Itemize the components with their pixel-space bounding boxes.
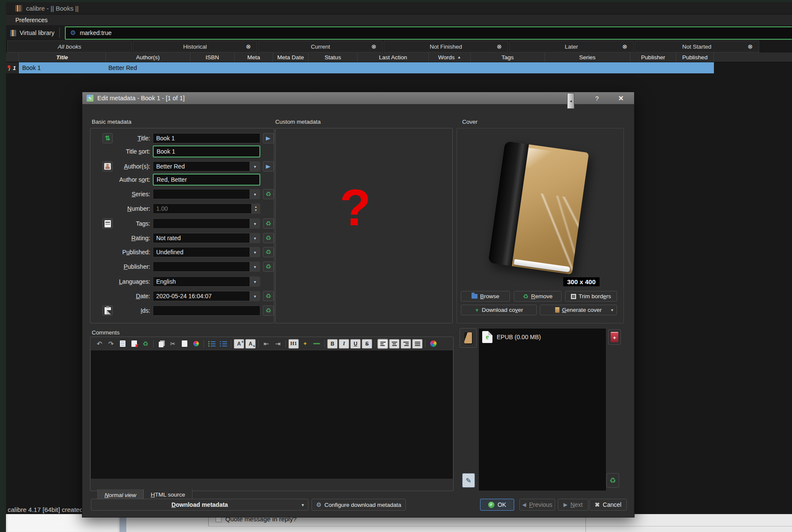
clear-button[interactable]: ♻ [140,339,151,349]
header-meta[interactable]: Meta [235,52,273,62]
tab-close-icon[interactable]: ⊗ [371,43,376,50]
spinner-arrows[interactable]: ▴▾ [251,204,260,213]
tags-clear-button[interactable]: ♻ [263,218,274,229]
align-left-button[interactable] [378,339,388,349]
download-metadata-button[interactable]: Download metadata ▾ [91,499,309,511]
browse-cover-button[interactable]: Browse [461,291,510,302]
chevron-down-icon[interactable]: ▾ [250,277,260,286]
manage-authors-button[interactable] [102,161,113,172]
author-sort-input[interactable]: Red, Better [153,174,260,186]
tags-editor-button[interactable] [102,218,113,229]
trim-borders-button[interactable]: Trim borders [565,291,617,302]
chevron-down-icon[interactable]: ▾ [611,308,613,312]
header-authors[interactable]: Author(s) [106,52,190,62]
title-sort-input[interactable]: Book 1 [153,145,260,157]
smarten-punctuation-button[interactable]: ✦ [300,339,310,349]
chevron-down-icon[interactable]: ▾ [250,247,260,257]
publisher-clear-button[interactable]: ♻ [263,262,274,272]
select-all-button[interactable] [117,339,128,349]
superscript-button[interactable]: As [234,339,244,349]
rating-clear-button[interactable]: ♻ [263,233,274,243]
cover-image[interactable] [488,141,589,275]
undo-button[interactable]: ↶ [94,339,105,349]
ids-clear-button[interactable]: ♻ [263,305,274,316]
header-published[interactable]: Published [676,52,714,62]
chevron-down-icon[interactable]: ▾ [250,219,260,228]
dialog-titlebar[interactable]: ✎ Edit metadata - Book 1 - [1 of 1] ◂ ? … [82,92,634,104]
ordered-list-button[interactable] [207,339,217,349]
series-clear-button[interactable]: ♻ [263,189,274,199]
subscript-button[interactable]: As [245,339,256,349]
tab-all-books[interactable]: All books [7,41,132,52]
outdent-button[interactable]: ⇤ [261,339,271,349]
bold-button[interactable]: B [327,339,338,349]
format-book-button[interactable] [460,328,477,348]
remove-cover-button[interactable]: ♻ Remove [514,291,562,302]
chevron-down-icon[interactable]: ▾ [250,162,260,171]
background-color-button[interactable] [191,339,201,349]
ids-paste-button[interactable] [102,305,113,316]
download-cover-button[interactable]: ▼ Download cover [461,305,537,315]
tab-historical[interactable]: Historical ⊗ [133,41,257,52]
header-last-action[interactable]: Last Action [358,52,429,62]
configure-download-metadata-button[interactable]: ⚙ Configure download metadata [312,499,406,511]
virtual-library-button[interactable]: Virtual library [10,29,54,36]
tags-combobox[interactable]: ▾ [153,218,260,229]
underline-button[interactable]: U [350,339,361,349]
tab-later[interactable]: Later ⊗ [509,41,634,52]
add-format-button[interactable]: + [608,329,621,345]
dialog-close-button[interactable]: × [612,92,629,104]
next-button[interactable]: ▶ Next [558,499,588,511]
auto-author-sort-button[interactable]: ▶ [263,161,274,172]
search-input[interactable]: ⚙ marked:true [65,26,792,40]
formats-list[interactable]: e EPUB (0.00 MB) [478,328,606,491]
redo-button[interactable]: ↷ [106,339,116,349]
ids-input[interactable] [153,305,260,316]
comments-editor[interactable] [91,350,453,479]
header-tags[interactable]: Tags [471,52,545,62]
series-combobox[interactable]: ▾ [153,189,260,199]
insert-hr-button[interactable] [312,339,322,349]
paste-button[interactable] [179,339,189,349]
swap-title-author-button[interactable]: ⇅ [102,133,113,143]
cut-button[interactable]: ✂ [168,339,178,349]
tab-close-icon[interactable]: ⊗ [622,43,627,50]
auto-title-sort-button[interactable]: ▶ [263,133,274,143]
tab-not-started[interactable]: Not Started ⊗ [635,41,759,52]
indent-button[interactable]: ⇥ [273,339,283,349]
cancel-button[interactable]: ✖ Cancel [589,499,627,511]
header-meta-date[interactable]: Meta Date [273,52,309,62]
menu-preferences[interactable]: Preferences [15,17,47,23]
chevron-down-icon[interactable]: ▾ [302,503,304,507]
edit-comments-button[interactable]: ✎ [462,473,475,488]
header-publisher[interactable]: Publisher [630,52,676,62]
search-gear-icon[interactable]: ⚙ [70,29,76,37]
date-clear-button[interactable]: ♻ [263,291,274,301]
copy-button[interactable] [156,339,166,349]
header-title[interactable]: Title [19,52,106,62]
tab-current[interactable]: Current ⊗ [258,41,383,52]
authors-combobox[interactable]: Better Red ▾ [153,161,260,172]
unordered-list-button[interactable] [218,339,228,349]
chevron-down-icon[interactable]: ▾ [250,189,260,199]
text-color-button[interactable] [428,339,438,349]
published-clear-button[interactable]: ♻ [263,247,274,257]
remove-format-button[interactable]: ♻ [606,473,619,488]
previous-button[interactable]: ◀ Previous [519,499,555,511]
tab-close-icon[interactable]: ⊗ [748,43,753,50]
header-isbn[interactable]: ISBN [190,52,235,62]
align-center-button[interactable] [389,339,399,349]
chevron-down-icon[interactable]: ▾ [250,291,260,301]
languages-combobox[interactable]: English ▾ [153,276,260,287]
published-combobox[interactable]: Undefined ▾ [153,247,260,257]
heading-style-button[interactable]: H1 [288,339,299,349]
publisher-combobox[interactable]: ▾ [153,262,260,272]
format-row-epub[interactable]: e EPUB (0.00 MB) [479,329,606,346]
tab-not-finished[interactable]: Not Finished ⊗ [384,41,508,52]
chevron-down-icon[interactable]: ▾ [250,262,260,271]
chevron-down-icon[interactable]: ▾ [250,233,260,243]
ok-button[interactable]: ✓ OK [480,499,514,511]
strikethrough-button[interactable]: S [362,339,372,349]
align-justify-button[interactable] [412,339,422,349]
title-input[interactable]: Book 1 [153,133,260,143]
